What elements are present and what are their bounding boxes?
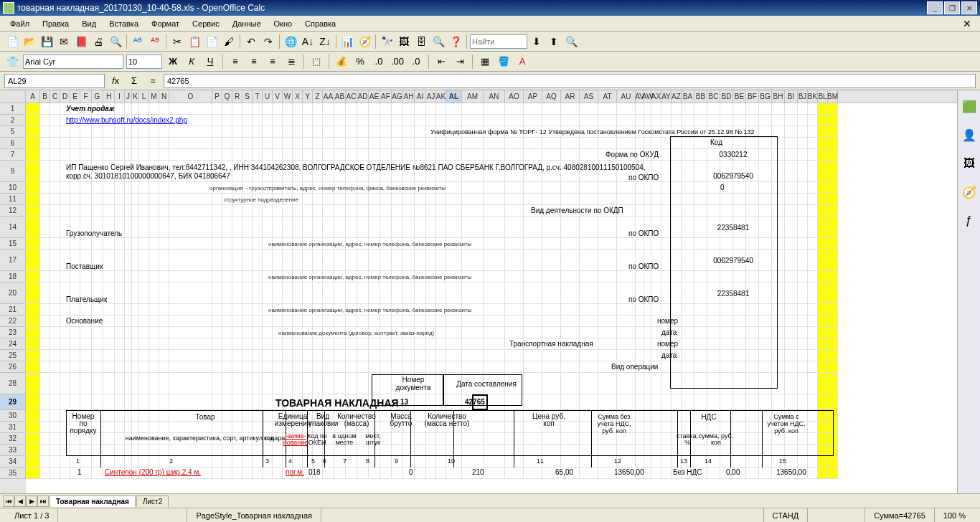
col-header-AW[interactable]: AW: [644, 90, 651, 103]
row-header-22[interactable]: 22: [0, 315, 26, 327]
col-header-BJ[interactable]: BJ: [798, 90, 808, 103]
col-header-AY[interactable]: AY: [661, 90, 672, 103]
preview-icon[interactable]: 🔍: [108, 34, 123, 49]
dec-indent-icon[interactable]: ⇤: [433, 54, 449, 70]
col-header-BL[interactable]: BL: [818, 90, 828, 103]
col-header-AK[interactable]: AK: [436, 90, 446, 103]
print-icon[interactable]: 🖨: [90, 34, 106, 49]
spreadsheet-grid[interactable]: ABCDEFGHIJKLMNOPQRSTUVWXYZAAABACADAEAFAG…: [0, 90, 957, 493]
row-header-29[interactable]: 29: [0, 394, 26, 410]
hyperlink-icon[interactable]: 🌐: [283, 34, 298, 49]
font-size-combo[interactable]: [126, 54, 162, 69]
cell-reference-input[interactable]: [4, 74, 105, 88]
col-header-BM[interactable]: BM: [828, 90, 838, 103]
currency-icon[interactable]: 💰: [334, 54, 349, 70]
spellcheck-icon[interactable]: ᴬᴮ: [130, 34, 146, 49]
row-header-20[interactable]: 20: [0, 283, 26, 304]
gallery-panel-icon[interactable]: 🖼: [961, 155, 978, 172]
chart-icon[interactable]: 📊: [339, 34, 355, 49]
find-prev-icon[interactable]: ⬇: [529, 34, 545, 49]
col-header-AT[interactable]: AT: [598, 90, 617, 103]
row-header-34[interactable]: 34: [0, 456, 26, 468]
row-header-28[interactable]: 28: [0, 373, 26, 394]
properties-icon[interactable]: 🟩: [961, 98, 978, 115]
row-header-1[interactable]: 1: [0, 103, 26, 115]
row-header-2[interactable]: 2: [0, 115, 26, 126]
underline-icon[interactable]: Ч: [202, 54, 218, 70]
col-header-BG[interactable]: BG: [759, 90, 772, 103]
sort-desc-icon[interactable]: Z↓: [317, 34, 333, 49]
help-icon[interactable]: ❓: [448, 34, 463, 49]
find-input[interactable]: [470, 34, 527, 49]
tab-last-icon[interactable]: ⏭: [37, 495, 49, 507]
col-header-BI[interactable]: BI: [785, 90, 798, 103]
col-header-BC[interactable]: BC: [707, 90, 720, 103]
formula-input[interactable]: [164, 74, 976, 88]
align-center-icon[interactable]: ≡: [246, 54, 262, 70]
find-all-icon[interactable]: 🔍: [563, 34, 579, 49]
tab-prev-icon[interactable]: ◀: [14, 495, 26, 507]
row-header-10[interactable]: 10: [0, 182, 26, 194]
row-header-25[interactable]: 25: [0, 350, 26, 361]
navigator-panel-icon[interactable]: 🧭: [961, 184, 978, 201]
row-header-21[interactable]: 21: [0, 304, 26, 315]
menu-help[interactable]: Справка: [299, 18, 341, 29]
styles-panel-icon[interactable]: 👤: [961, 126, 978, 143]
sort-asc-icon[interactable]: A↓: [300, 34, 316, 49]
col-header-AG[interactable]: AG: [392, 90, 403, 103]
functions-panel-icon[interactable]: ƒ: [961, 212, 978, 229]
styles-icon[interactable]: 👕: [4, 54, 20, 70]
row-header-14[interactable]: 14: [0, 217, 26, 238]
col-header-AN[interactable]: AN: [484, 90, 505, 103]
menu-window[interactable]: Окно: [268, 18, 298, 29]
menu-insert[interactable]: Вставка: [103, 18, 144, 29]
inc-indent-icon[interactable]: ⇥: [452, 54, 468, 70]
copy-icon[interactable]: 📋: [187, 34, 202, 49]
tab-first-icon[interactable]: ⏮: [3, 495, 14, 507]
menu-tools[interactable]: Сервис: [187, 18, 225, 29]
col-header-AU[interactable]: AU: [617, 90, 636, 103]
col-header-A[interactable]: A: [26, 90, 40, 103]
row-header-23[interactable]: 23: [0, 327, 26, 338]
menu-file[interactable]: Файл: [4, 18, 35, 29]
sum-icon[interactable]: Σ: [126, 73, 142, 89]
col-header-BK[interactable]: BK: [808, 90, 818, 103]
col-header-AQ[interactable]: AQ: [542, 90, 561, 103]
row-header-15[interactable]: 15: [0, 238, 26, 250]
align-right-icon[interactable]: ≡: [265, 54, 281, 70]
col-header-E[interactable]: E: [70, 90, 80, 103]
row-header-35[interactable]: 35: [0, 468, 26, 479]
col-header-V[interactable]: V: [273, 90, 283, 103]
minimize-button[interactable]: _: [927, 1, 943, 14]
col-header-M[interactable]: M: [149, 90, 159, 103]
row-header-7[interactable]: 7: [0, 149, 26, 161]
col-header-AZ[interactable]: AZ: [672, 90, 682, 103]
col-header-AM[interactable]: AM: [462, 90, 484, 103]
row-header-5[interactable]: 5: [0, 126, 26, 138]
border-icon[interactable]: ▦: [477, 54, 493, 70]
col-header-AS[interactable]: AS: [580, 90, 598, 103]
close-button[interactable]: ✕: [961, 1, 977, 14]
col-header-BH[interactable]: BH: [772, 90, 785, 103]
italic-icon[interactable]: К: [184, 54, 199, 70]
fx-icon[interactable]: fx: [108, 73, 123, 89]
doc-close-icon[interactable]: ✕: [958, 18, 976, 29]
col-header-BD[interactable]: BD: [720, 90, 733, 103]
datasource-icon[interactable]: 🗄: [413, 34, 429, 49]
del-decimal-icon[interactable]: .0: [408, 54, 424, 70]
col-header-AI[interactable]: AI: [415, 90, 426, 103]
find-next-icon[interactable]: ⬆: [546, 34, 562, 49]
align-justify-icon[interactable]: ≣: [283, 54, 299, 70]
col-header-L[interactable]: L: [139, 90, 149, 103]
col-header-AR[interactable]: AR: [561, 90, 580, 103]
fontcolor-icon[interactable]: A: [514, 54, 530, 70]
bgcolor-icon[interactable]: 🪣: [496, 54, 512, 70]
row-header-11[interactable]: 11: [0, 194, 26, 205]
col-header-AB[interactable]: AB: [334, 90, 346, 103]
col-header-J[interactable]: J: [125, 90, 132, 103]
col-header-BA[interactable]: BA: [682, 90, 694, 103]
row-header-12[interactable]: 12: [0, 205, 26, 217]
col-header-AF[interactable]: AF: [380, 90, 392, 103]
col-header-K[interactable]: K: [132, 90, 139, 103]
col-header-P[interactable]: P: [212, 90, 222, 103]
